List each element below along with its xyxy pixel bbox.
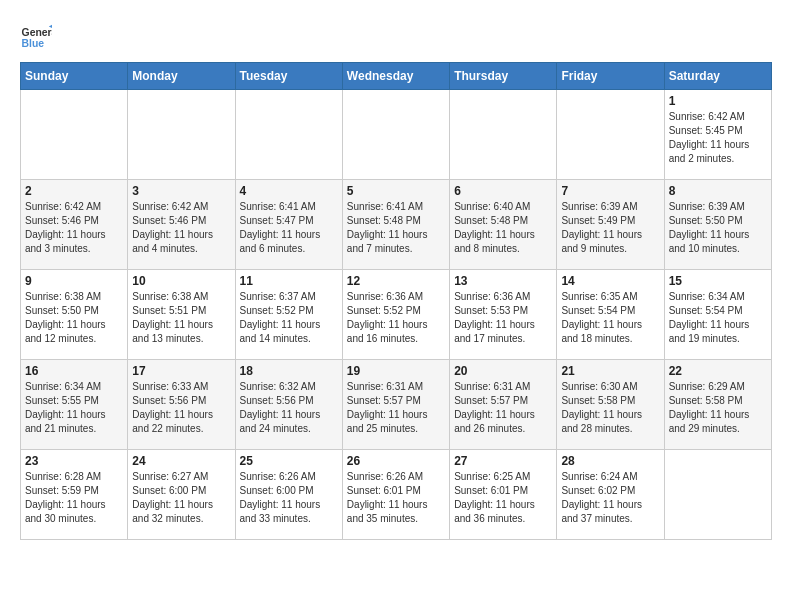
day-cell: 9Sunrise: 6:38 AM Sunset: 5:50 PM Daylig… [21,270,128,360]
day-cell: 8Sunrise: 6:39 AM Sunset: 5:50 PM Daylig… [664,180,771,270]
day-cell: 25Sunrise: 6:26 AM Sunset: 6:00 PM Dayli… [235,450,342,540]
day-info: Sunrise: 6:39 AM Sunset: 5:50 PM Dayligh… [669,200,767,256]
day-cell: 4Sunrise: 6:41 AM Sunset: 5:47 PM Daylig… [235,180,342,270]
day-number: 21 [561,364,659,378]
weekday-header-row: SundayMondayTuesdayWednesdayThursdayFrid… [21,63,772,90]
day-info: Sunrise: 6:42 AM Sunset: 5:46 PM Dayligh… [25,200,123,256]
day-cell [21,90,128,180]
day-number: 17 [132,364,230,378]
day-info: Sunrise: 6:31 AM Sunset: 5:57 PM Dayligh… [347,380,445,436]
day-cell [342,90,449,180]
day-number: 6 [454,184,552,198]
day-cell: 15Sunrise: 6:34 AM Sunset: 5:54 PM Dayli… [664,270,771,360]
day-cell: 6Sunrise: 6:40 AM Sunset: 5:48 PM Daylig… [450,180,557,270]
day-cell: 21Sunrise: 6:30 AM Sunset: 5:58 PM Dayli… [557,360,664,450]
day-cell: 2Sunrise: 6:42 AM Sunset: 5:46 PM Daylig… [21,180,128,270]
day-info: Sunrise: 6:30 AM Sunset: 5:58 PM Dayligh… [561,380,659,436]
day-info: Sunrise: 6:31 AM Sunset: 5:57 PM Dayligh… [454,380,552,436]
day-number: 9 [25,274,123,288]
weekday-friday: Friday [557,63,664,90]
weekday-thursday: Thursday [450,63,557,90]
page-header: General Blue [20,20,772,52]
day-number: 24 [132,454,230,468]
day-info: Sunrise: 6:36 AM Sunset: 5:53 PM Dayligh… [454,290,552,346]
day-number: 27 [454,454,552,468]
day-number: 25 [240,454,338,468]
day-number: 22 [669,364,767,378]
day-cell: 17Sunrise: 6:33 AM Sunset: 5:56 PM Dayli… [128,360,235,450]
svg-text:General: General [22,27,52,38]
calendar-header: SundayMondayTuesdayWednesdayThursdayFrid… [21,63,772,90]
week-row-5: 23Sunrise: 6:28 AM Sunset: 5:59 PM Dayli… [21,450,772,540]
day-cell: 20Sunrise: 6:31 AM Sunset: 5:57 PM Dayli… [450,360,557,450]
weekday-wednesday: Wednesday [342,63,449,90]
day-cell: 26Sunrise: 6:26 AM Sunset: 6:01 PM Dayli… [342,450,449,540]
day-cell: 24Sunrise: 6:27 AM Sunset: 6:00 PM Dayli… [128,450,235,540]
day-number: 7 [561,184,659,198]
day-info: Sunrise: 6:32 AM Sunset: 5:56 PM Dayligh… [240,380,338,436]
week-row-2: 2Sunrise: 6:42 AM Sunset: 5:46 PM Daylig… [21,180,772,270]
day-info: Sunrise: 6:36 AM Sunset: 5:52 PM Dayligh… [347,290,445,346]
day-cell [235,90,342,180]
day-info: Sunrise: 6:37 AM Sunset: 5:52 PM Dayligh… [240,290,338,346]
weekday-sunday: Sunday [21,63,128,90]
day-cell: 19Sunrise: 6:31 AM Sunset: 5:57 PM Dayli… [342,360,449,450]
day-cell: 1Sunrise: 6:42 AM Sunset: 5:45 PM Daylig… [664,90,771,180]
day-number: 28 [561,454,659,468]
day-number: 2 [25,184,123,198]
day-number: 23 [25,454,123,468]
week-row-1: 1Sunrise: 6:42 AM Sunset: 5:45 PM Daylig… [21,90,772,180]
day-cell [664,450,771,540]
day-cell: 12Sunrise: 6:36 AM Sunset: 5:52 PM Dayli… [342,270,449,360]
day-cell [450,90,557,180]
day-info: Sunrise: 6:27 AM Sunset: 6:00 PM Dayligh… [132,470,230,526]
day-cell: 7Sunrise: 6:39 AM Sunset: 5:49 PM Daylig… [557,180,664,270]
day-cell [128,90,235,180]
day-number: 16 [25,364,123,378]
weekday-saturday: Saturday [664,63,771,90]
day-number: 12 [347,274,445,288]
day-number: 13 [454,274,552,288]
logo: General Blue [20,20,56,52]
day-cell [557,90,664,180]
day-info: Sunrise: 6:40 AM Sunset: 5:48 PM Dayligh… [454,200,552,256]
day-cell: 27Sunrise: 6:25 AM Sunset: 6:01 PM Dayli… [450,450,557,540]
day-cell: 16Sunrise: 6:34 AM Sunset: 5:55 PM Dayli… [21,360,128,450]
day-number: 20 [454,364,552,378]
day-number: 5 [347,184,445,198]
day-number: 14 [561,274,659,288]
day-number: 10 [132,274,230,288]
calendar-table: SundayMondayTuesdayWednesdayThursdayFrid… [20,62,772,540]
day-info: Sunrise: 6:41 AM Sunset: 5:47 PM Dayligh… [240,200,338,256]
day-number: 8 [669,184,767,198]
day-info: Sunrise: 6:25 AM Sunset: 6:01 PM Dayligh… [454,470,552,526]
day-cell: 23Sunrise: 6:28 AM Sunset: 5:59 PM Dayli… [21,450,128,540]
day-info: Sunrise: 6:41 AM Sunset: 5:48 PM Dayligh… [347,200,445,256]
day-info: Sunrise: 6:35 AM Sunset: 5:54 PM Dayligh… [561,290,659,346]
day-info: Sunrise: 6:24 AM Sunset: 6:02 PM Dayligh… [561,470,659,526]
day-cell: 5Sunrise: 6:41 AM Sunset: 5:48 PM Daylig… [342,180,449,270]
day-number: 3 [132,184,230,198]
day-info: Sunrise: 6:42 AM Sunset: 5:45 PM Dayligh… [669,110,767,166]
logo-icon: General Blue [20,20,52,52]
day-cell: 10Sunrise: 6:38 AM Sunset: 5:51 PM Dayli… [128,270,235,360]
day-cell: 13Sunrise: 6:36 AM Sunset: 5:53 PM Dayli… [450,270,557,360]
day-info: Sunrise: 6:26 AM Sunset: 6:00 PM Dayligh… [240,470,338,526]
day-number: 4 [240,184,338,198]
day-info: Sunrise: 6:42 AM Sunset: 5:46 PM Dayligh… [132,200,230,256]
day-info: Sunrise: 6:38 AM Sunset: 5:51 PM Dayligh… [132,290,230,346]
day-cell: 28Sunrise: 6:24 AM Sunset: 6:02 PM Dayli… [557,450,664,540]
weekday-tuesday: Tuesday [235,63,342,90]
day-cell: 3Sunrise: 6:42 AM Sunset: 5:46 PM Daylig… [128,180,235,270]
day-info: Sunrise: 6:28 AM Sunset: 5:59 PM Dayligh… [25,470,123,526]
day-number: 15 [669,274,767,288]
weekday-monday: Monday [128,63,235,90]
day-number: 26 [347,454,445,468]
day-info: Sunrise: 6:34 AM Sunset: 5:55 PM Dayligh… [25,380,123,436]
week-row-4: 16Sunrise: 6:34 AM Sunset: 5:55 PM Dayli… [21,360,772,450]
day-number: 18 [240,364,338,378]
day-info: Sunrise: 6:29 AM Sunset: 5:58 PM Dayligh… [669,380,767,436]
week-row-3: 9Sunrise: 6:38 AM Sunset: 5:50 PM Daylig… [21,270,772,360]
svg-text:Blue: Blue [22,38,45,49]
calendar-body: 1Sunrise: 6:42 AM Sunset: 5:45 PM Daylig… [21,90,772,540]
